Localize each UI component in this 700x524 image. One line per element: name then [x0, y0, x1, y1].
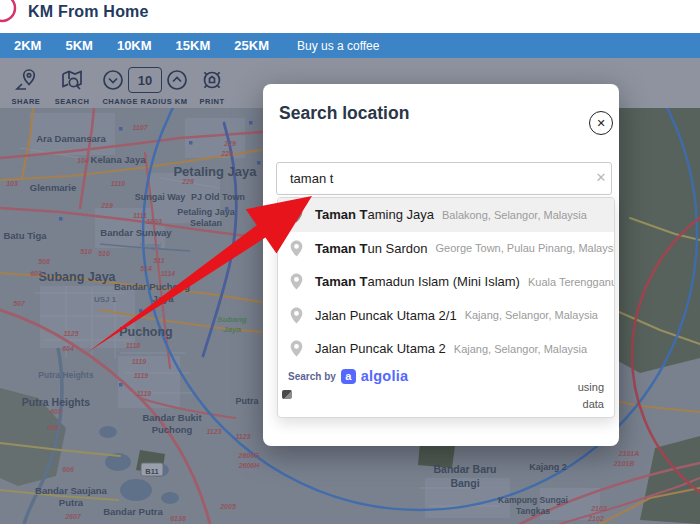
map-label: 103	[6, 180, 18, 187]
suggestion-row[interactable]: Taman Tamadun Islam (Mini Islam) Kuala T…	[278, 265, 614, 299]
radius-decrease-button[interactable]	[101, 68, 125, 92]
print-target-icon	[199, 67, 225, 93]
map-label: 1107	[132, 124, 148, 131]
map-label: Petaling Jaya	[173, 164, 257, 179]
map-label: 2102	[587, 515, 604, 522]
map-label: 1003	[146, 218, 162, 225]
algolia-logo-icon: a	[341, 369, 356, 384]
algolia-attribution-link[interactable]: Search by a algolia	[288, 368, 408, 384]
attribution-glyph	[282, 390, 292, 399]
print-button[interactable]: PRINT	[192, 66, 232, 106]
dropdown-footer: Search by a algolia using data	[278, 364, 614, 417]
suggestion-row[interactable]: Taman Tun Sardon George Town, Pulau Pina…	[278, 232, 614, 266]
map-label: 510	[98, 250, 110, 257]
map-label: 603	[30, 270, 42, 277]
brand-logo-icon	[0, 0, 26, 32]
nav-10km[interactable]: 10KM	[117, 38, 152, 53]
map-label: 514	[140, 265, 152, 272]
map-label: 2101B	[613, 460, 635, 467]
map-label: Sungai Way	[135, 192, 186, 202]
map-label: Putra	[59, 497, 84, 508]
map-label: 1123	[235, 433, 250, 440]
nav-5km[interactable]: 5KM	[65, 38, 92, 53]
data-text: data	[583, 398, 604, 410]
map-label: Bandar Saujana	[35, 485, 108, 496]
map-label: 605	[47, 424, 59, 431]
map-label: 511	[153, 257, 164, 264]
map-label: Bandar Baru	[433, 463, 496, 475]
search-map-icon	[59, 67, 85, 93]
map-label: B11	[145, 467, 158, 476]
map-label: Subang	[217, 315, 246, 324]
map-label: Selatan	[190, 218, 222, 228]
map-label: 2606H	[238, 462, 261, 469]
map-label: 508	[38, 258, 50, 265]
map-label: 6138	[170, 515, 186, 522]
share-pin-icon	[13, 67, 39, 93]
map-label: 604	[62, 345, 74, 352]
close-icon[interactable]: ✕	[589, 111, 613, 135]
autocomplete-dropdown: Taman Taming Jaya Balakong, Selangor, Ma…	[277, 197, 615, 418]
nav-2km[interactable]: 2KM	[14, 38, 41, 53]
map-label: Sungai	[139, 242, 161, 250]
suggestion-row[interactable]: Taman Taming Jaya Balakong, Selangor, Ma…	[278, 198, 614, 232]
map-label: Glenmarie	[30, 182, 76, 193]
map-label: Bandar Sunway	[100, 227, 172, 238]
map-label: 226	[181, 178, 194, 185]
suggestion-row[interactable]: Jalan Puncak Utama 2 Kajang, Selangor, M…	[278, 332, 614, 366]
search-input[interactable]	[276, 162, 612, 195]
nav-15km[interactable]: 15KM	[176, 38, 211, 53]
map-label: 1110	[111, 180, 126, 187]
map-label: 605	[50, 408, 62, 415]
radius-increase-button[interactable]	[165, 68, 189, 92]
map-label: 2005	[219, 503, 236, 510]
brand-title: KM From Home	[28, 3, 149, 21]
place-pin-icon	[290, 340, 303, 357]
search-button[interactable]: SEARCH	[50, 66, 94, 106]
map-label: Puchong	[119, 325, 172, 339]
map-label: Batu Tiga	[3, 230, 47, 241]
map-label: Jaya	[152, 293, 174, 304]
map-label: 606	[62, 466, 74, 473]
map-label: 1114	[161, 270, 176, 277]
map-label: 2607	[64, 513, 82, 520]
map-label: 2101A	[618, 450, 640, 457]
map-label: Bandar Bukit	[142, 412, 202, 423]
map-label: Bandar Putra	[103, 506, 163, 517]
map-label: USJ 1	[94, 295, 117, 304]
share-button[interactable]: SHARE	[6, 66, 46, 106]
nav-25km[interactable]: 25KM	[234, 38, 269, 53]
map-label: 1119	[132, 358, 147, 365]
map-label: 2606G	[237, 452, 260, 459]
place-pin-icon	[290, 307, 303, 324]
map-label: Jaya	[223, 325, 241, 334]
map-label: Putra	[235, 396, 259, 406]
map-label: PJ Old Town	[191, 192, 245, 202]
map-label: 104	[77, 157, 89, 164]
using-text: using	[578, 381, 604, 393]
map-label: 507	[13, 300, 26, 307]
site-header: KM From Home	[0, 0, 700, 33]
map-label: Kajang 2	[529, 462, 567, 472]
place-pin-icon	[290, 206, 303, 223]
map-label: 229	[223, 140, 236, 147]
app-window: Ara DamansaraKelana JayaPetaling JayaGle…	[0, 0, 700, 524]
map-label: Ara Damansara	[36, 133, 106, 144]
buy-coffee-link[interactable]: Buy us a coffee	[297, 39, 380, 53]
radius-value-box[interactable]: 10	[128, 67, 162, 93]
map-label: 1125	[63, 330, 78, 337]
map-label: 1119	[134, 372, 149, 379]
map-label: 1118	[126, 342, 141, 349]
map-label: 1111	[133, 212, 147, 219]
suggestion-row[interactable]: Jalan Puncak Utama 2/1 Kajang, Selangor,…	[278, 299, 614, 333]
map-label: Kampung Sungai	[498, 495, 568, 505]
map-label: Subang Jaya	[38, 270, 116, 284]
map-label: 1119	[137, 390, 152, 397]
map-label: Putra Heights	[22, 396, 90, 408]
map-label: 219	[100, 202, 113, 209]
clear-input-icon[interactable]: ✕	[593, 170, 609, 186]
map-label: Bangi	[450, 477, 479, 489]
map-label: Petaling Jaya	[177, 207, 236, 217]
radius-nav: 2KM 5KM 10KM 15KM 25KM Buy us a coffee	[0, 33, 700, 58]
map-label: 2102	[590, 505, 607, 512]
